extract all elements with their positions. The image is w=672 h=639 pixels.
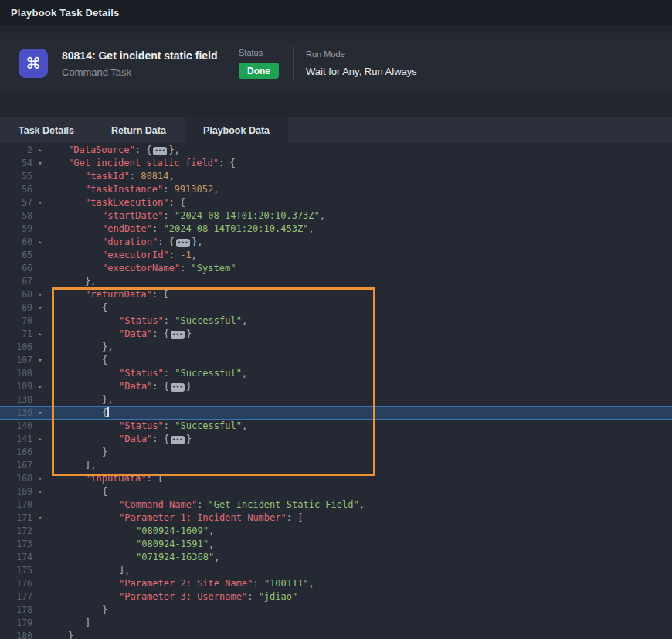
- code-text: "taskInstance": 9913052,: [85, 183, 219, 196]
- code-line-58[interactable]: 58"startDate": "2024-08-14T01:20:10.373Z…: [0, 209, 672, 223]
- line-number: 108: [0, 367, 32, 380]
- code-line-55[interactable]: 55"taskId": 80814,: [0, 170, 672, 183]
- code-line-56[interactable]: 56"taskInstance": 9913052,: [0, 183, 672, 196]
- token-key: "executorName": [102, 263, 180, 274]
- code-line-176[interactable]: 176"Parameter 2: Site Name": "100111",: [0, 577, 672, 590]
- gutter: 71▸: [0, 328, 48, 341]
- code-line-108[interactable]: 108"Status": "Successful",: [0, 367, 672, 380]
- fold-collapse-icon[interactable]: ▾: [32, 472, 48, 485]
- code-text: "Parameter 3: Username": "jdiao": [119, 590, 297, 603]
- code-line-180[interactable]: 180}: [0, 630, 672, 639]
- token-punct: ,: [320, 210, 325, 221]
- collapsed-code-badge[interactable]: •••: [171, 436, 185, 444]
- fold-expand-icon[interactable]: ▸: [32, 380, 48, 393]
- code-line-60[interactable]: 60▸"duration": {•••},: [0, 236, 672, 249]
- code-line-173[interactable]: 173"080924-1591",: [0, 538, 672, 551]
- token-str: "071924-16368": [136, 552, 214, 563]
- playbook-task-details-page: { "titlebar": { "title": "Playbook Task …: [0, 0, 672, 639]
- fold-expand-icon[interactable]: ▸: [32, 433, 48, 446]
- code-text: ],: [119, 564, 130, 577]
- code-line-54[interactable]: 54▾"Get incident static field": {: [0, 157, 672, 170]
- code-text: "duration": {•••},: [102, 236, 202, 249]
- code-editor[interactable]: 1{2▸"DataSource": {•••},54▾"Get incident…: [0, 143, 672, 639]
- token-num: -1: [180, 250, 191, 260]
- gutter: 106: [0, 341, 48, 354]
- token-punct: {: [164, 381, 169, 392]
- token-punct: :: [180, 263, 191, 274]
- code-line-70[interactable]: 70"Status": "Successful",: [0, 314, 672, 328]
- fold-expand-icon[interactable]: ▸: [32, 144, 48, 157]
- code-line-138[interactable]: 138},: [0, 393, 672, 406]
- token-punct: : {: [219, 158, 236, 168]
- code-line-69[interactable]: 69▾{: [0, 301, 672, 314]
- code-line-171[interactable]: 171▾"Parameter 1: Incident Number": [: [0, 512, 672, 525]
- fold-collapse-icon[interactable]: ▾: [32, 196, 48, 209]
- token-punct: },: [85, 276, 96, 287]
- fold-collapse-icon[interactable]: ▾: [32, 406, 48, 420]
- fold-spacer: [32, 341, 48, 354]
- code-line-66[interactable]: 66"executorName": "System": [0, 262, 672, 275]
- code-line-178[interactable]: 178}: [0, 603, 672, 617]
- collapsed-code-badge[interactable]: •••: [153, 147, 167, 155]
- code-line-140[interactable]: 140"Status": "Successful",: [0, 420, 672, 433]
- code-line-170[interactable]: 170"Command Name": "Get Incident Static …: [0, 498, 672, 512]
- line-number: 176: [0, 577, 32, 590]
- tab-task-details[interactable]: Task Details: [0, 117, 93, 143]
- code-line-57[interactable]: 57▾"taskExecution": {: [0, 196, 672, 209]
- gutter: 139▾: [0, 406, 48, 420]
- code-line-139[interactable]: 139▾{: [0, 406, 672, 420]
- fold-collapse-icon[interactable]: ▾: [32, 301, 48, 314]
- code-line-109[interactable]: 109▸"Data": {•••}: [0, 380, 672, 393]
- line-number: 178: [0, 603, 32, 617]
- code-line-106[interactable]: 106},: [0, 341, 672, 354]
- collapsed-code-badge[interactable]: •••: [171, 331, 185, 339]
- code-text: "taskId": 80814,: [85, 170, 175, 183]
- code-line-2[interactable]: 2▸"DataSource": {•••},: [0, 144, 672, 157]
- fold-expand-icon[interactable]: ▸: [32, 236, 48, 249]
- line-number: 141: [0, 433, 32, 446]
- code-line-67[interactable]: 67},: [0, 275, 672, 288]
- token-str: "jdiao": [259, 591, 298, 602]
- line-number: 170: [0, 498, 32, 512]
- code-line-59[interactable]: 59"endDate": "2024-08-14T01:20:10.453Z",: [0, 223, 672, 236]
- code-line-141[interactable]: 141▸"Data": {•••}: [0, 433, 672, 446]
- code-text: "executorId": -1,: [102, 249, 197, 262]
- code-line-167[interactable]: 167],: [0, 459, 672, 472]
- code-line-179[interactable]: 179]: [0, 617, 672, 630]
- code-line-168[interactable]: 168▾"inputData": [: [0, 472, 672, 485]
- code-line-107[interactable]: 107▾{: [0, 354, 672, 367]
- line-number: 166: [0, 446, 32, 459]
- tab-playbook-data[interactable]: Playbook Data: [185, 117, 288, 143]
- collapsed-code-badge[interactable]: •••: [176, 239, 190, 247]
- code-line-174[interactable]: 174"071924-16368",: [0, 551, 672, 564]
- fold-collapse-icon[interactable]: ▾: [32, 288, 48, 301]
- line-number: 67: [0, 275, 32, 288]
- tab-label: Return Data: [111, 125, 166, 136]
- fold-collapse-icon[interactable]: ▾: [32, 354, 48, 367]
- gutter: 107▾: [0, 354, 48, 367]
- fold-collapse-icon[interactable]: ▾: [32, 485, 48, 498]
- code-line-169[interactable]: 169▾{: [0, 485, 672, 498]
- code-text: },: [102, 393, 113, 406]
- fold-expand-icon[interactable]: ▸: [32, 328, 48, 341]
- token-punct: ,: [242, 315, 247, 326]
- collapsed-code-badge[interactable]: •••: [171, 383, 185, 392]
- gutter: 175: [0, 564, 48, 577]
- tab-return-data[interactable]: Return Data: [93, 117, 185, 143]
- fold-collapse-icon[interactable]: ▾: [32, 157, 48, 170]
- line-number: 174: [0, 551, 32, 564]
- code-line-177[interactable]: 177"Parameter 3: Username": "jdiao": [0, 590, 672, 603]
- fold-collapse-icon[interactable]: ▾: [32, 512, 48, 525]
- code-text: "inputData": [: [85, 472, 163, 485]
- code-line-68[interactable]: 68▾"returnData": [: [0, 288, 672, 301]
- code-line-175[interactable]: 175],: [0, 564, 672, 577]
- status-badge: Done: [239, 63, 279, 79]
- token-punct: {: [102, 355, 107, 365]
- code-line-172[interactable]: 172"080924-1609",: [0, 525, 672, 538]
- code-line-166[interactable]: 166}: [0, 446, 672, 459]
- code-line-65[interactable]: 65"executorId": -1,: [0, 249, 672, 262]
- fold-spacer: [32, 577, 48, 590]
- gutter: 138: [0, 393, 48, 406]
- code-line-71[interactable]: 71▸"Data": {•••}: [0, 328, 672, 341]
- command-icon: ⌘: [19, 49, 48, 78]
